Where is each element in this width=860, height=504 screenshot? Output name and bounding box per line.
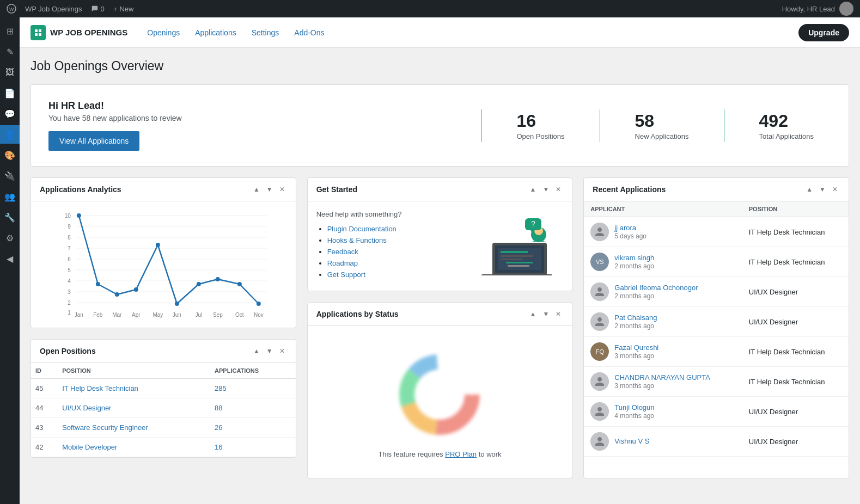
applicant-cell: VS vikram singh 2 months ago: [584, 247, 742, 277]
applicant-position: UI/UX Designer: [742, 277, 849, 307]
comments-link[interactable]: 0: [91, 5, 105, 13]
position-name[interactable]: IT Help Desk Technician: [58, 379, 210, 398]
status-widget-controls: ▲ ▼ ✕: [528, 309, 564, 319]
sidebar-settings-icon[interactable]: ⚙: [0, 229, 20, 247]
analytics-collapse-up-button[interactable]: ▲: [251, 185, 262, 194]
table-row: 45 IT Help Desk Technician 285: [31, 379, 296, 398]
applicant-avatar: [590, 372, 609, 391]
stat-total-apps-number: 492: [759, 111, 814, 131]
admin-bar: W WP Job Openings 0 + New Howdy, HR Lead: [0, 0, 860, 17]
svg-text:Sep: Sep: [213, 312, 223, 318]
sidebar-appearance-icon[interactable]: 🎨: [0, 146, 20, 164]
sidebar-collapse-icon[interactable]: ◀: [0, 249, 20, 268]
svg-text:8: 8: [68, 235, 71, 241]
position-name[interactable]: UI/UX Designer: [58, 398, 210, 418]
svg-rect-58: [481, 274, 552, 275]
positions-collapse-up[interactable]: ▲: [251, 346, 262, 356]
status-widget-title: Applications by Status: [316, 310, 528, 318]
svg-rect-3: [39, 29, 41, 32]
applicant-position: IT Help Desk Technician: [742, 337, 849, 367]
nav-addons[interactable]: Add-Ons: [288, 25, 331, 40]
status-up[interactable]: ▲: [528, 309, 539, 319]
sidebar-pages-icon[interactable]: 📄: [0, 84, 20, 102]
applicant-time: 2 months ago: [614, 322, 657, 330]
sidebar-job-openings-icon[interactable]: 👤: [0, 125, 20, 144]
stat-new-applications: 58 New Applications: [618, 111, 706, 140]
col-position: POSITION: [742, 201, 849, 217]
upgrade-button[interactable]: Upgrade: [798, 24, 849, 41]
sidebar-posts-icon[interactable]: ✎: [0, 42, 20, 61]
applicant-name: CHANDRA NARAYAN GUPTA: [614, 373, 710, 382]
table-row: VS vikram singh 2 months ago IT Help Des…: [584, 247, 849, 277]
recent-apps-header: Recent Applications ▲ ▼ ✕: [584, 178, 849, 201]
position-applications: 26: [210, 418, 296, 438]
sidebar-comments-icon[interactable]: 💬: [0, 105, 20, 123]
recent-apps-table: APPLICANT POSITION jj arora 5 days ago: [584, 201, 849, 457]
sidebar-dashboard-icon[interactable]: ⊞: [0, 22, 20, 40]
position-applications: 16: [210, 438, 296, 457]
get-started-close[interactable]: ✕: [553, 185, 563, 194]
recent-apps-close[interactable]: ✕: [830, 185, 840, 194]
open-positions-header: Open Positions ▲ ▼ ✕: [31, 340, 296, 363]
plugin-header: WP JOB OPENINGS Openings Applications Se…: [20, 17, 860, 48]
get-started-link[interactable]: Hooks & Functions: [327, 236, 387, 244]
table-row: 43 Software Security Engineer 26: [31, 418, 296, 438]
comments-count: 0: [101, 5, 105, 13]
position-name[interactable]: Software Security Engineer: [58, 418, 210, 438]
nav-openings[interactable]: Openings: [141, 25, 186, 40]
positions-close[interactable]: ✕: [277, 346, 287, 356]
applicant-info: Pat Chaisang 2 months ago: [614, 314, 657, 330]
analytics-widget-controls: ▲ ▼ ✕: [251, 185, 287, 194]
svg-text:7: 7: [68, 245, 71, 251]
sidebar-plugins-icon[interactable]: 🔌: [0, 167, 20, 185]
get-started-up[interactable]: ▲: [528, 185, 539, 194]
svg-text:Mar: Mar: [112, 312, 122, 318]
list-item: Hooks & Functions: [327, 236, 468, 244]
svg-rect-5: [39, 33, 41, 36]
recent-apps-controls: ▲ ▼ ✕: [804, 185, 840, 194]
status-down[interactable]: ▼: [540, 309, 551, 319]
positions-collapse-down[interactable]: ▼: [264, 346, 275, 356]
analytics-close-button[interactable]: ✕: [277, 185, 287, 194]
view-all-applications-button[interactable]: View All Applications: [48, 131, 139, 151]
svg-text:W: W: [9, 7, 14, 12]
get-started-link[interactable]: Plugin Documentation: [327, 225, 397, 233]
get-started-link[interactable]: Roadmap: [327, 259, 358, 267]
sidebar-media-icon[interactable]: 🖼: [0, 63, 20, 82]
status-close[interactable]: ✕: [553, 309, 563, 319]
sidebar-users-icon[interactable]: 👥: [0, 187, 20, 206]
get-started-link[interactable]: Feedback: [327, 248, 358, 256]
applicant-info: Gabriel Ifeoma Ochonogor 2 months ago: [614, 284, 698, 300]
svg-point-30: [175, 302, 179, 306]
applicant-name: Gabriel Ifeoma Ochonogor: [614, 284, 698, 292]
analytics-collapse-down-button[interactable]: ▼: [264, 185, 275, 194]
pro-overlay: This feature requires PRO Plan to work: [316, 335, 564, 469]
position-name[interactable]: Mobile Developer: [58, 438, 210, 457]
col-applications: APPLICATIONS: [210, 363, 296, 379]
stat-new-apps-number: 58: [635, 111, 689, 131]
stat-new-apps-label: New Applications: [635, 132, 689, 140]
svg-point-25: [77, 213, 81, 218]
wp-logo: W: [7, 4, 16, 14]
nav-applications[interactable]: Applications: [188, 25, 243, 40]
table-row: Gabriel Ifeoma Ochonogor 2 months ago UI…: [584, 277, 849, 307]
list-item: Feedback: [327, 248, 468, 256]
svg-text:Jan: Jan: [75, 312, 83, 318]
site-name: WP Job Openings: [25, 5, 82, 13]
nav-settings[interactable]: Settings: [245, 25, 286, 40]
new-content-link[interactable]: + New: [113, 5, 134, 13]
analytics-widget: Applications Analytics ▲ ▼ ✕: [31, 177, 296, 328]
recent-apps-down[interactable]: ▼: [817, 185, 828, 194]
stat-divider-1: [481, 109, 481, 142]
get-started-down[interactable]: ▼: [540, 185, 551, 194]
stat-open-positions: 16 Open Positions: [499, 111, 582, 140]
pro-plan-link[interactable]: PRO Plan: [445, 450, 477, 458]
recent-apps-up[interactable]: ▲: [804, 185, 815, 194]
get-started-link[interactable]: Get Support: [327, 271, 365, 279]
recent-apps-body: APPLICANT POSITION jj arora 5 days ago: [584, 201, 849, 457]
sidebar-tools-icon[interactable]: 🔧: [0, 208, 20, 226]
recent-applications-widget: Recent Applications ▲ ▼ ✕: [583, 177, 849, 478]
svg-rect-57: [508, 265, 529, 267]
applicant-position: UI/UX Designer: [742, 307, 849, 337]
applicant-name: vikram singh: [614, 254, 654, 262]
